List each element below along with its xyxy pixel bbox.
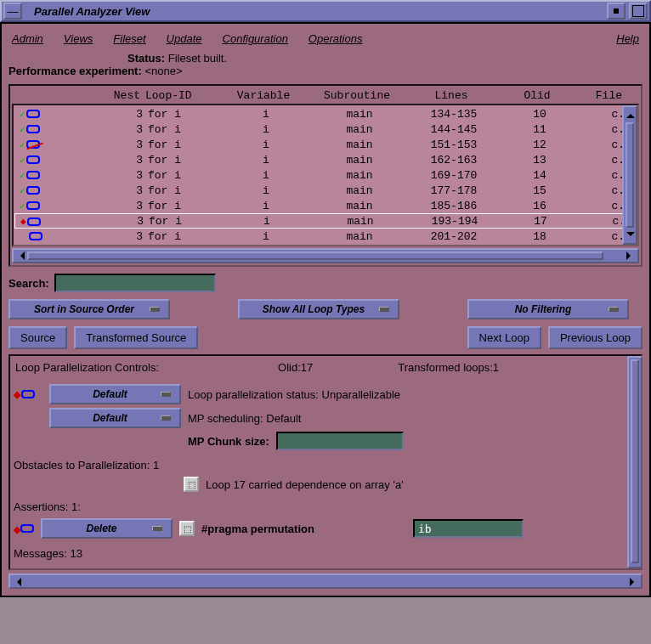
sched-label: MP scheduling: Default [188, 412, 301, 425]
hdr-file: File [575, 89, 622, 102]
messages-header: Messages: 13 [14, 547, 637, 560]
perf-exp-line: Performance experiment: <none> [8, 65, 643, 77]
details-transformed: Transformed loops:1 [398, 361, 499, 374]
table-header: Nest Loop-ID Variable Subroutine Lines O… [12, 88, 639, 104]
table-vertical-scrollbar[interactable] [622, 105, 637, 245]
table-row[interactable]: ✓3for iimain162-16313c. [14, 152, 637, 167]
assertions-header: Assertions: 1: [14, 500, 637, 513]
table-horizontal-scrollbar[interactable] [12, 248, 639, 263]
loop-icon [21, 390, 35, 398]
window-title: Parallel Analyzer View [24, 5, 605, 18]
menu-configuration[interactable]: Configuration [223, 32, 288, 45]
par-status-label: Loop parallelization status: Unparalleli… [188, 388, 400, 401]
show-loops-option[interactable]: Show All Loop Types [238, 299, 399, 319]
table-row[interactable]: 3for iimain201-20218c. [14, 229, 637, 244]
minimize-button[interactable] [607, 3, 626, 20]
menu-views[interactable]: Views [64, 32, 93, 45]
filter-option[interactable]: No Filtering [467, 299, 629, 319]
hdr-nest: Nest [51, 89, 140, 102]
obstacle-icon[interactable]: ⬚ [184, 477, 199, 492]
table-row[interactable]: ◆3for iimain193-19417c. [14, 213, 637, 229]
loop-icon [20, 524, 34, 533]
par-status-option[interactable]: Default [49, 384, 181, 404]
menu-help[interactable]: Help [616, 32, 639, 45]
hdr-olid: Olid [499, 89, 575, 102]
loop-table-frame: Nest Loop-ID Variable Subroutine Lines O… [8, 84, 643, 267]
hdr-variable: Variable [217, 89, 310, 102]
sort-option[interactable]: Sort in Source Order [8, 299, 170, 319]
table-row[interactable]: ✓3for iimain144-14511c. [14, 121, 637, 137]
menu-update[interactable]: Update [167, 32, 202, 45]
previous-loop-button[interactable]: Previous Loop [548, 326, 643, 349]
table-row[interactable]: ✓3for iimain185-18616c. [14, 198, 637, 213]
maximize-button[interactable] [629, 3, 648, 20]
details-section-label: Loop Parallelization Controls: [15, 361, 159, 374]
table-row[interactable]: ✓3for iimain151-15312c. [14, 137, 637, 152]
details-olid: Olid:17 [278, 361, 313, 374]
bottom-horizontal-scrollbar[interactable] [8, 573, 643, 589]
window-titlebar: — Parallel Analyzer View [0, 0, 651, 22]
menubar: Admin Views Fileset Update Configuration… [8, 29, 643, 52]
table-row[interactable]: ✓3for iimain134-13510c. [14, 106, 637, 121]
pragma-input[interactable] [413, 519, 524, 538]
table-row[interactable]: ✓3for iimain169-17014c. [14, 167, 637, 183]
pragma-icon[interactable]: ⬚ [179, 521, 195, 536]
table-row[interactable]: ✓3for iimain177-17815c. [14, 183, 637, 198]
chunk-input[interactable] [276, 432, 404, 450]
details-panel: Loop Parallelization Controls: Olid:17 T… [8, 354, 643, 570]
search-input[interactable] [54, 274, 216, 292]
table-body[interactable]: ✓3for iimain134-13510c.✓3for iimain144-1… [12, 104, 639, 246]
hdr-subroutine: Subroutine [310, 89, 404, 102]
pragma-text: #pragma permutation [201, 523, 314, 535]
search-label: Search: [8, 277, 49, 290]
status-block: Status: Fileset built. Performance exper… [8, 52, 643, 84]
delete-option[interactable]: Delete [41, 518, 173, 539]
hdr-lines: Lines [404, 89, 499, 102]
system-menu-button[interactable]: — [3, 3, 22, 20]
transformed-source-button[interactable]: Transformed Source [74, 326, 198, 349]
status-line: Status: Fileset built. [127, 52, 643, 65]
menu-fileset[interactable]: Fileset [113, 32, 145, 45]
sched-option[interactable]: Default [49, 408, 181, 428]
obstacle-text: Loop 17 carried dependence on array 'a' [206, 478, 404, 491]
obstacles-header: Obstacles to Parallelization: 1 [14, 459, 637, 472]
menu-operations[interactable]: Operations [309, 32, 363, 45]
menu-admin[interactable]: Admin [12, 32, 43, 45]
chunk-label: MP Chunk size: [188, 435, 269, 448]
window-body: Admin Views Fileset Update Configuration… [0, 22, 651, 597]
next-loop-button[interactable]: Next Loop [467, 326, 541, 349]
details-vertical-scrollbar[interactable] [627, 356, 643, 568]
hdr-loop-id: Loop-ID [140, 89, 217, 102]
source-button[interactable]: Source [8, 326, 67, 349]
